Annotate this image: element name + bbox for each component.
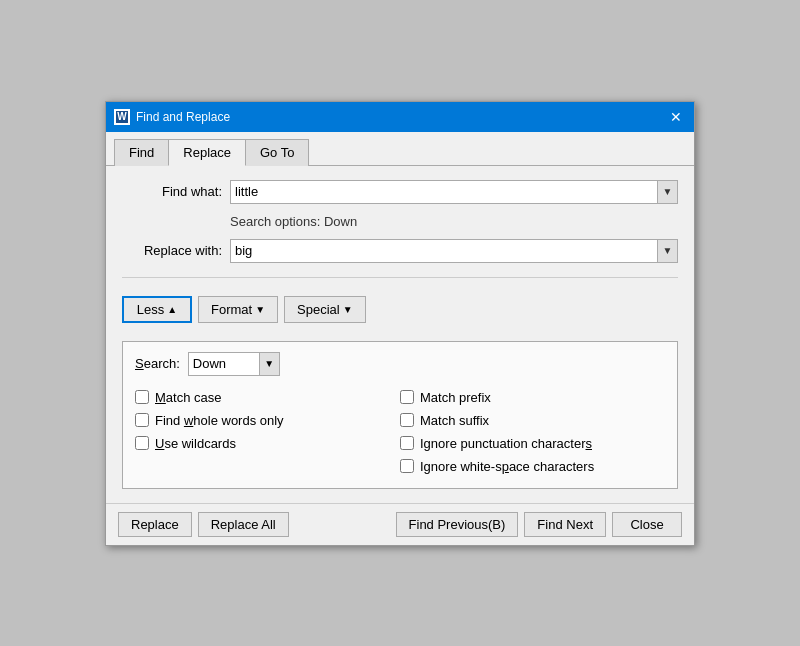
bottom-right-buttons: Find Previous(B) Find Next Close — [396, 512, 682, 537]
match-case-row: Match case — [135, 390, 400, 405]
ignore-punct-checkbox[interactable] — [400, 436, 414, 450]
whole-words-row: Find whole words only — [135, 413, 400, 428]
checkboxes-grid: Match case Find whole words only Use wil… — [135, 386, 665, 478]
wildcards-label[interactable]: Use wildcards — [155, 436, 236, 451]
find-what-input[interactable] — [231, 184, 657, 199]
wildcards-row: Use wildcards — [135, 436, 400, 451]
search-direction-select[interactable]: Down Up All — [189, 356, 259, 371]
divider-1 — [122, 277, 678, 278]
find-what-input-wrap: ▼ — [230, 180, 678, 204]
match-prefix-row: Match prefix — [400, 390, 665, 405]
title-bar-left: W Find and Replace — [114, 109, 230, 125]
app-icon: W — [114, 109, 130, 125]
search-options-info: Search options: Down — [122, 214, 678, 229]
ignore-space-row: Ignore white-space characters — [400, 459, 665, 474]
options-box: Search: Down Up All ▼ M — [122, 341, 678, 489]
match-case-label[interactable]: Match case — [155, 390, 222, 405]
match-prefix-checkbox[interactable] — [400, 390, 414, 404]
replace-with-row: Replace with: ▼ — [122, 239, 678, 263]
ignore-space-label[interactable]: Ignore white-space characters — [420, 459, 594, 474]
search-select-wrap: Down Up All ▼ — [188, 352, 280, 376]
find-replace-dialog: W Find and Replace ✕ Find Replace Go To … — [105, 101, 695, 546]
search-select-arrow-icon[interactable]: ▼ — [259, 353, 279, 375]
replace-with-label: Replace with: — [122, 243, 222, 258]
wildcards-checkbox[interactable] — [135, 436, 149, 450]
special-dropdown-icon: ▼ — [343, 304, 353, 315]
match-prefix-label[interactable]: Match prefix — [420, 390, 491, 405]
checkboxes-right: Match prefix Match suffix Ignore punctua… — [400, 390, 665, 474]
ignore-space-checkbox[interactable] — [400, 459, 414, 473]
less-button[interactable]: Less ▲ — [122, 296, 192, 323]
find-previous-button[interactable]: Find Previous(B) — [396, 512, 519, 537]
replace-with-dropdown-arrow[interactable]: ▼ — [657, 240, 677, 262]
tab-replace[interactable]: Replace — [168, 139, 246, 166]
title-bar: W Find and Replace ✕ — [106, 102, 694, 132]
bottom-left-buttons: Replace Replace All — [118, 512, 289, 537]
match-suffix-checkbox[interactable] — [400, 413, 414, 427]
whole-words-checkbox[interactable] — [135, 413, 149, 427]
checkboxes-left: Match case Find whole words only Use wil… — [135, 390, 400, 474]
search-label: Search: — [135, 356, 180, 371]
replace-button[interactable]: Replace — [118, 512, 192, 537]
replace-all-button[interactable]: Replace All — [198, 512, 289, 537]
action-buttons-row: Less ▲ Format ▼ Special ▼ — [122, 292, 678, 327]
dialog-title: Find and Replace — [136, 110, 230, 124]
replace-with-input[interactable] — [231, 243, 657, 258]
replace-with-input-wrap: ▼ — [230, 239, 678, 263]
match-suffix-row: Match suffix — [400, 413, 665, 428]
match-suffix-label[interactable]: Match suffix — [420, 413, 489, 428]
tab-goto[interactable]: Go To — [245, 139, 309, 166]
tab-find[interactable]: Find — [114, 139, 169, 166]
less-icon: ▲ — [167, 304, 177, 315]
whole-words-label[interactable]: Find whole words only — [155, 413, 284, 428]
search-direction-row: Search: Down Up All ▼ — [135, 352, 665, 376]
ignore-punct-label[interactable]: Ignore punctuation characters — [420, 436, 592, 451]
close-button[interactable]: Close — [612, 512, 682, 537]
find-what-row: Find what: ▼ — [122, 180, 678, 204]
format-dropdown-icon: ▼ — [255, 304, 265, 315]
find-next-button[interactable]: Find Next — [524, 512, 606, 537]
find-what-dropdown-arrow[interactable]: ▼ — [657, 181, 677, 203]
ignore-punct-row: Ignore punctuation characters — [400, 436, 665, 451]
match-case-checkbox[interactable] — [135, 390, 149, 404]
close-icon[interactable]: ✕ — [666, 107, 686, 127]
format-button[interactable]: Format ▼ — [198, 296, 278, 323]
find-what-label: Find what: — [122, 184, 222, 199]
bottom-bar: Replace Replace All Find Previous(B) Fin… — [106, 503, 694, 545]
dialog-content: Find what: ▼ Search options: Down Replac… — [106, 166, 694, 503]
special-button[interactable]: Special ▼ — [284, 296, 366, 323]
tab-bar: Find Replace Go To — [106, 132, 694, 166]
